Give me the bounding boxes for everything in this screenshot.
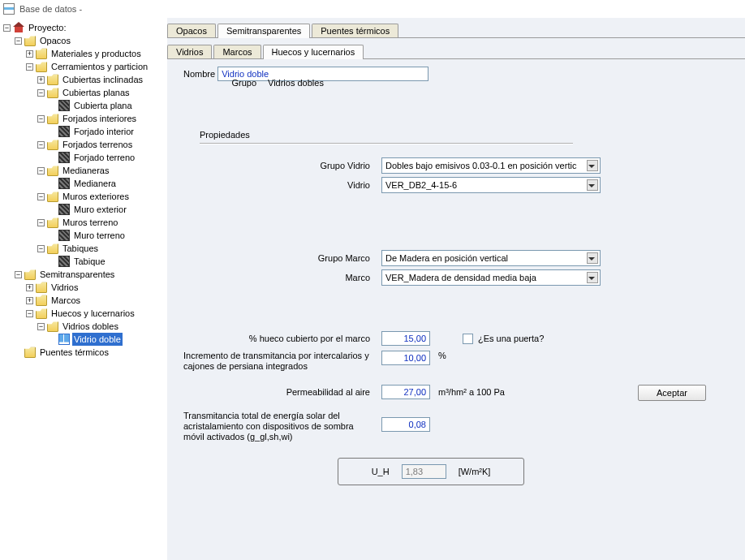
folder-closed-icon: [36, 282, 47, 293]
expander-icon[interactable]: −: [3, 24, 11, 32]
tree-cubiertas-inclinadas[interactable]: + Cubiertas inclinadas: [3, 73, 166, 86]
folder-open-icon: [47, 217, 58, 228]
folder-open-icon: [24, 35, 36, 46]
tab-puentes[interactable]: Puentes térmicos: [312, 24, 398, 38]
tree-cerramientos[interactable]: − Cerramientos y particion: [3, 60, 166, 73]
tree-muro-terreno[interactable]: Muro terreno: [3, 229, 166, 242]
tree-muros-exteriores[interactable]: − Muros exteriores: [3, 190, 166, 203]
folder-open-icon: [47, 191, 58, 202]
expander-icon[interactable]: −: [15, 37, 22, 45]
layer-icon: [58, 204, 70, 215]
tree-forjados-terrenos[interactable]: − Forjados terrenos: [3, 138, 166, 151]
folder-open-icon: [36, 308, 47, 319]
combo-grupo-marco[interactable]: De Madera en posición vertical: [381, 250, 601, 266]
expander-icon[interactable]: −: [37, 219, 45, 226]
expander-icon[interactable]: −: [37, 89, 45, 97]
tab-semitransparentes[interactable]: Semitransparentes: [217, 24, 310, 38]
unit-uh: [W/m²K]: [459, 467, 491, 476]
uh-group: U_H [W/m²K]: [338, 458, 524, 485]
tree-medianeras[interactable]: − Medianeras: [3, 164, 166, 177]
tree-tabique[interactable]: Tabique: [3, 255, 166, 268]
accept-button[interactable]: Aceptar: [638, 385, 706, 401]
label-pct-hueco: % hueco cubierto por el marco: [183, 334, 370, 343]
folder-open-icon: [47, 113, 58, 124]
tree-vidrios[interactable]: + Vidrios: [3, 281, 166, 294]
folder-open-icon: [47, 321, 58, 332]
tree-cubiertas-planas[interactable]: − Cubiertas planas: [3, 86, 166, 99]
input-ggl[interactable]: [381, 417, 430, 432]
project-tree[interactable]: − Proyecto: − Opacos + Materiales y prod…: [0, 18, 166, 560]
expander-icon[interactable]: −: [15, 271, 22, 278]
label-grupo-marco: Grupo Marco: [183, 253, 370, 263]
tree-opacos[interactable]: − Opacos: [3, 34, 166, 47]
layer-icon: [58, 152, 70, 163]
expander-icon[interactable]: +: [26, 284, 33, 291]
value-grupo: Vidrios dobles: [268, 78, 324, 88]
checkbox-puerta[interactable]: [463, 334, 473, 344]
expander-icon[interactable]: +: [26, 50, 33, 58]
details-panel: Opacos Semitransparentes Puentes térmico…: [166, 18, 745, 560]
folder-open-icon: [47, 243, 58, 254]
folder-closed-icon: [36, 295, 47, 306]
expander-icon[interactable]: −: [26, 63, 33, 71]
app-icon: [3, 3, 15, 15]
expander-icon[interactable]: −: [37, 167, 45, 174]
tree-materiales[interactable]: + Materiales y productos: [3, 47, 166, 60]
folder-closed-icon: [36, 48, 47, 59]
tree-cubierta-plana[interactable]: Cubierta plana: [3, 99, 166, 112]
expander-icon[interactable]: +: [26, 297, 33, 304]
tree-semitransparentes[interactable]: − Semitransparentes: [3, 268, 166, 281]
expander-icon[interactable]: −: [37, 245, 45, 252]
tab-opacos[interactable]: Opacos: [167, 24, 216, 38]
subtab-marcos[interactable]: Marcos: [213, 45, 261, 59]
subtab-vidrios[interactable]: Vidrios: [167, 45, 212, 59]
label-grupo: Grupo: [183, 78, 256, 88]
title-bar: Base de datos -: [0, 0, 745, 18]
tree-puentes[interactable]: Puentes térmicos: [3, 346, 166, 359]
combo-grupo-vidrio[interactable]: Dobles bajo emisivos 0.03-0.1 en posició…: [381, 157, 601, 174]
tree-forjado-terreno[interactable]: Forjado terreno: [3, 151, 166, 164]
tree-project[interactable]: − Proyecto:: [3, 21, 166, 34]
tree-muros-terreno[interactable]: − Muros terreno: [3, 216, 166, 229]
expander-icon[interactable]: −: [37, 323, 45, 330]
window-title: Base de datos -: [19, 4, 82, 14]
label-uh: U_H: [372, 467, 390, 476]
tree-forjado-interior[interactable]: Forjado interior: [3, 125, 166, 138]
layer-icon: [58, 256, 70, 267]
folder-closed-icon: [47, 74, 58, 85]
subtab-huecos[interactable]: Huecos y lucernarios: [263, 45, 364, 59]
tree-medianera[interactable]: Medianera: [3, 177, 166, 190]
expander-icon[interactable]: −: [26, 310, 33, 317]
folder-open-icon: [47, 139, 58, 150]
unit-incremento: %: [438, 351, 446, 360]
window-icon: [58, 334, 70, 345]
combo-vidrio[interactable]: VER_DB2_4-15-6: [381, 177, 601, 193]
expander-icon[interactable]: +: [37, 76, 45, 84]
combo-marco[interactable]: VER_Madera de densidad media baja: [381, 269, 601, 286]
input-permeabilidad[interactable]: [381, 385, 430, 399]
input-pct-hueco[interactable]: [381, 331, 430, 346]
tree-forjados-interiores[interactable]: − Forjados interiores: [3, 112, 166, 125]
expander-icon[interactable]: −: [37, 193, 45, 200]
expander-icon[interactable]: −: [37, 141, 45, 149]
expander-icon[interactable]: −: [37, 115, 45, 123]
label-vidrio: Vidrio: [183, 180, 370, 190]
home-icon: [13, 22, 24, 33]
folder-closed-icon: [24, 347, 36, 358]
tree-huecos[interactable]: − Huecos y lucernarios: [3, 307, 166, 320]
tree-vidrios-dobles[interactable]: − Vidrios dobles: [3, 320, 166, 333]
tree-muro-exterior[interactable]: Muro exterior: [3, 203, 166, 216]
label-ggl: Transmitancia total de energía solar del…: [183, 411, 370, 442]
label-incremento: Incremento de transmitancia por intercal…: [183, 351, 370, 372]
folder-open-icon: [47, 87, 58, 98]
tree-marcos[interactable]: + Marcos: [3, 294, 166, 307]
input-incremento[interactable]: [381, 351, 430, 365]
form-hueco: Grupo Vidrios dobles Nombre Propiedades …: [183, 67, 737, 560]
tree-tabiques[interactable]: − Tabiques: [3, 242, 166, 255]
label-marco: Marco: [183, 273, 370, 282]
tree-vidrio-doble[interactable]: Vidrio doble: [3, 333, 166, 346]
folder-open-icon: [47, 165, 58, 176]
layer-icon: [58, 230, 70, 241]
label-grupo-vidrio: Grupo Vidrio: [183, 161, 370, 170]
layer-icon: [58, 178, 70, 189]
